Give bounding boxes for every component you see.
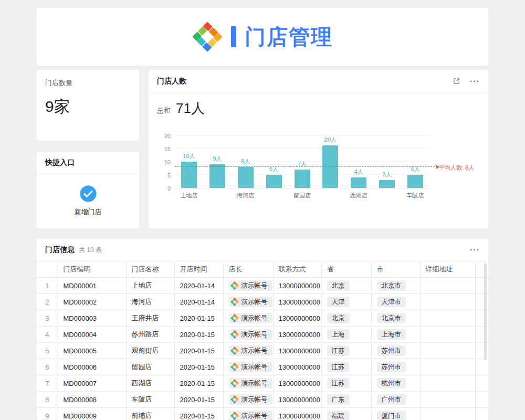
y-tick-label: 20 (157, 132, 171, 140)
x-tick-label (316, 192, 344, 200)
cell-address (420, 294, 475, 310)
col-store-name[interactable]: 门店名称 (126, 261, 174, 278)
cell-store-code: MD000001 (58, 278, 126, 294)
bar-rect[interactable] (379, 180, 395, 188)
cell-city: 上海市 (371, 327, 420, 343)
y-tick-label: 15 (157, 145, 171, 153)
bar-rect[interactable] (351, 177, 366, 188)
cell-manager: 演示帐号 (223, 375, 273, 392)
check-circle-icon[interactable] (79, 185, 97, 203)
bar-rect[interactable] (407, 175, 423, 188)
cell-extra (475, 392, 488, 408)
bar-value-label: 4人 (354, 168, 363, 176)
col-open-date[interactable]: 开店时间 (174, 261, 223, 278)
table-row[interactable]: 7MD000007西湖店2020-01-15演示帐号13000000000江苏杭… (37, 375, 488, 392)
cell-phone: 13000000000 (273, 294, 321, 310)
cell-manager: 演示帐号 (223, 359, 273, 375)
title-divider (231, 26, 236, 47)
manager-tag: 演示帐号 (229, 297, 272, 307)
table-row[interactable]: 2MD000002海河店2020-01-14演示帐号13000000000天津天… (37, 294, 488, 310)
col-phone[interactable]: 联系方式 (273, 261, 321, 278)
table-row[interactable]: 9MD000009前埔店2020-01-15演示帐号13000000000福建厦… (37, 408, 488, 420)
col-manager[interactable]: 店长 (223, 261, 273, 278)
cell-store-code: MD000002 (58, 294, 126, 310)
manager-tag: 演示帐号 (229, 345, 272, 356)
cell-address (420, 278, 475, 294)
bar-1[interactable]: 10人 (175, 136, 203, 188)
cell-city: 北京市 (371, 310, 420, 327)
province-tag: 江苏 (327, 362, 350, 372)
province-tag: 北京 (327, 280, 350, 291)
cell-manager: 演示帐号 (223, 278, 273, 294)
cell-province: 江苏 (321, 359, 371, 375)
bar-rect[interactable] (238, 167, 254, 188)
cell-address (420, 375, 475, 392)
x-tick-label: 留园店 (288, 192, 317, 200)
col-city[interactable]: 市 (371, 261, 420, 278)
manager-name: 演示帐号 (242, 281, 268, 290)
bar-rect[interactable] (295, 170, 310, 188)
manager-name: 演示帐号 (242, 363, 268, 371)
cell-open-date: 2020-01-15 (174, 310, 223, 327)
manager-name: 演示帐号 (242, 346, 268, 355)
table-row[interactable]: 6MD000006留园店2020-01-15演示帐号13000000000江苏苏… (37, 359, 488, 375)
more-icon[interactable]: ··· (470, 77, 480, 86)
bar-value-label: 20人 (324, 136, 337, 144)
manager-name: 演示帐号 (242, 298, 268, 306)
cell-manager: 演示帐号 (223, 343, 273, 359)
bar-rect[interactable] (181, 162, 197, 188)
cell-index: 4 (37, 327, 58, 343)
table-row[interactable]: 3MD000003王府井店2020-01-15演示帐号13000000000北京… (37, 310, 488, 327)
city-tag: 厦门市 (377, 411, 406, 420)
bar-8[interactable]: 3人 (373, 136, 401, 188)
col-address[interactable]: 详细地址 (420, 261, 475, 278)
store-count-card: 门店数量 9家 (37, 70, 139, 141)
col-store-code[interactable]: 门店编码 (58, 261, 126, 278)
cell-city: 广州市 (371, 392, 420, 408)
cell-manager: 演示帐号 (223, 310, 273, 327)
cell-store-code: MD000003 (58, 310, 126, 327)
expand-icon[interactable] (453, 77, 460, 85)
manager-tag: 演示帐号 (229, 362, 272, 372)
table-more-icon[interactable]: ··· (470, 246, 480, 254)
col-province[interactable]: 省 (321, 261, 371, 278)
table-title: 门店信息 (45, 245, 75, 255)
bar-7[interactable]: 4人 (344, 136, 373, 188)
chart-plot: 10人9人8人5人7人20人4人3人5人 (175, 136, 429, 188)
y-tick-label: 0 (157, 185, 171, 192)
cell-store-name: 观前街店 (126, 343, 174, 359)
table-row[interactable]: 8MD000008车陂店2020-01-15演示帐号13000000000广东广… (37, 392, 488, 408)
cell-province: 北京 (321, 278, 371, 294)
bar-6[interactable]: 20人 (316, 136, 344, 188)
bar-3[interactable]: 8人 (232, 136, 260, 188)
bar-value-label: 3人 (383, 171, 392, 178)
cell-province: 天津 (321, 294, 371, 310)
dashboard-page: { "app": { "title": "门店管理" }, "theme": {… (0, 0, 525, 420)
table-row[interactable]: 1MD000001上地店2020-01-14演示帐号13000000000北京北… (37, 278, 488, 294)
bar-9[interactable]: 5人 (401, 136, 429, 188)
bar-value-label: 8人 (241, 158, 250, 165)
cell-index: 9 (37, 408, 58, 420)
avatar-icon (230, 281, 239, 290)
add-store-label[interactable]: 新增门店 (75, 207, 102, 217)
province-tag: 江苏 (327, 345, 350, 356)
app-logo-icon (192, 22, 223, 52)
add-store-shortcut[interactable]: 新增门店 (37, 173, 139, 228)
bar-5[interactable]: 7人 (288, 136, 317, 188)
y-tick-label: 10 (157, 159, 171, 166)
avatar-icon (230, 314, 239, 322)
bar-4[interactable]: 5人 (260, 136, 288, 188)
x-tick-label (203, 192, 232, 200)
table-row[interactable]: 4MD000004苏州路店2020-01-15演示帐号13000000000上海… (37, 327, 488, 343)
table-scrollbar[interactable] (484, 263, 487, 360)
cell-store-code: MD000009 (58, 408, 126, 420)
table-row[interactable]: 5MD000005观前街店2020-01-15演示帐号13000000000江苏… (37, 343, 488, 359)
cell-store-name: 海河店 (126, 294, 174, 310)
bar-rect[interactable] (266, 175, 282, 188)
cell-address (420, 359, 475, 375)
cell-manager: 演示帐号 (223, 408, 273, 420)
bar-rect[interactable] (209, 164, 225, 188)
table-header-row: 门店编码 门店名称 开店时间 店长 联系方式 省 市 详细地址 (37, 261, 488, 278)
bar-2[interactable]: 9人 (203, 136, 232, 188)
cell-extra (475, 408, 488, 420)
